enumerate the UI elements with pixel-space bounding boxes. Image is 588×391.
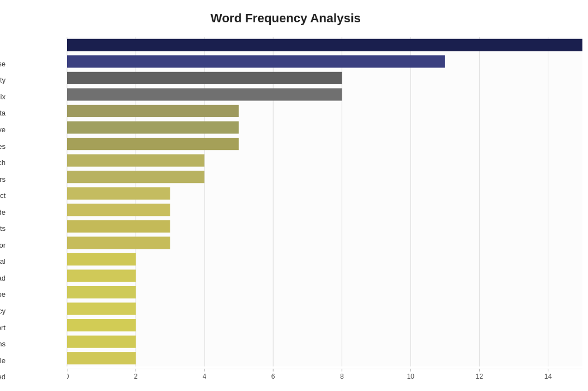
y-label-protect: protect (0, 191, 6, 200)
axis-tick-label: 8 (340, 373, 344, 380)
bar-organizations (67, 319, 136, 331)
bar-valuable (67, 336, 136, 348)
bar-include (67, 187, 170, 200)
bar-virtual (67, 236, 170, 249)
bar-patch (67, 138, 239, 150)
y-label-virtual: virtual (0, 257, 6, 266)
axis-tick-label: 12 (476, 373, 484, 380)
y-label-threats: threats (0, 224, 6, 233)
axis-tick-label: 14 (544, 373, 552, 380)
bar-trellix (67, 72, 342, 84)
y-label-patch: patch (0, 158, 6, 167)
bar-type (67, 269, 136, 282)
bar-monitor (67, 220, 170, 233)
bar-support (67, 302, 136, 315)
bar-databases (67, 121, 239, 133)
y-label-security: security (0, 76, 6, 84)
y-label-monitor: monitor (0, 241, 6, 249)
y-label-databases: databases (0, 142, 6, 151)
y-label-trellix: trellix (0, 93, 6, 101)
svg-rect-0 (67, 37, 582, 366)
axis-tick-label: 6 (271, 373, 275, 380)
axis-tick-label: 10 (407, 373, 415, 380)
y-label-valuable: valuable (0, 356, 6, 365)
axis-tick-label: 2 (134, 373, 138, 380)
y-label-support: support (0, 324, 6, 332)
y-label-sensitive: sensitive (0, 125, 6, 134)
x-axis: 02468101214 (67, 369, 554, 391)
chart-container: Word Frequency Analysis 02468101214 Freq… (0, 0, 588, 391)
bar-customers (67, 155, 204, 167)
bar-threats (67, 204, 170, 216)
bar-lead (67, 253, 136, 266)
bar-need (67, 352, 136, 364)
y-label-need: need (0, 373, 6, 381)
axis-tick-label: 4 (203, 373, 207, 380)
y-label-legacy: legacy (0, 307, 6, 315)
chart-title: Word Frequency Analysis (6, 11, 566, 26)
y-label-organizations: organizations (0, 340, 6, 348)
y-label-customers: customers (0, 175, 6, 184)
y-label-data: data (0, 109, 6, 117)
y-label-lead: lead (0, 274, 6, 282)
y-label-database: database (0, 60, 6, 68)
bar-protect (67, 171, 204, 183)
axis-tick-label: 0 (67, 373, 69, 380)
y-label-include: include (0, 208, 6, 216)
bar-legacy (67, 286, 136, 298)
bar-database (67, 39, 582, 51)
bar-security (67, 55, 445, 67)
bar-sensitive (67, 105, 239, 117)
bar-data (67, 88, 342, 100)
y-label-type: type (0, 290, 6, 298)
